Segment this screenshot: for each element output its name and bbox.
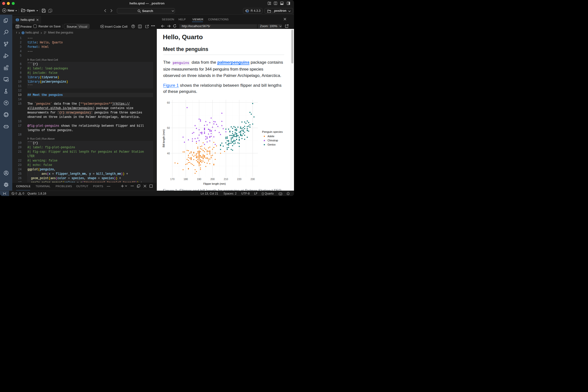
svg-text:180: 180 — [184, 178, 188, 180]
svg-text:190: 190 — [197, 178, 202, 180]
svg-text:R: R — [246, 10, 249, 13]
svg-text:Bill length (mm): Bill length (mm) — [162, 129, 165, 147]
svg-text:170: 170 — [170, 178, 175, 180]
svg-text:220: 220 — [237, 178, 242, 180]
svg-text:60: 60 — [167, 101, 170, 104]
svg-text:Flipper length (mm): Flipper length (mm) — [203, 182, 226, 185]
svg-text:40: 40 — [167, 152, 170, 155]
svg-text:Chinstrap: Chinstrap — [268, 139, 278, 142]
svg-text:230: 230 — [250, 178, 255, 180]
svg-text:Gentoo: Gentoo — [268, 143, 276, 146]
svg-text:50: 50 — [167, 126, 170, 129]
svg-text:200: 200 — [210, 178, 215, 180]
svg-text:Penguin species: Penguin species — [262, 130, 283, 133]
svg-text:Adelie: Adelie — [268, 135, 274, 138]
svg-text:210: 210 — [224, 178, 228, 180]
